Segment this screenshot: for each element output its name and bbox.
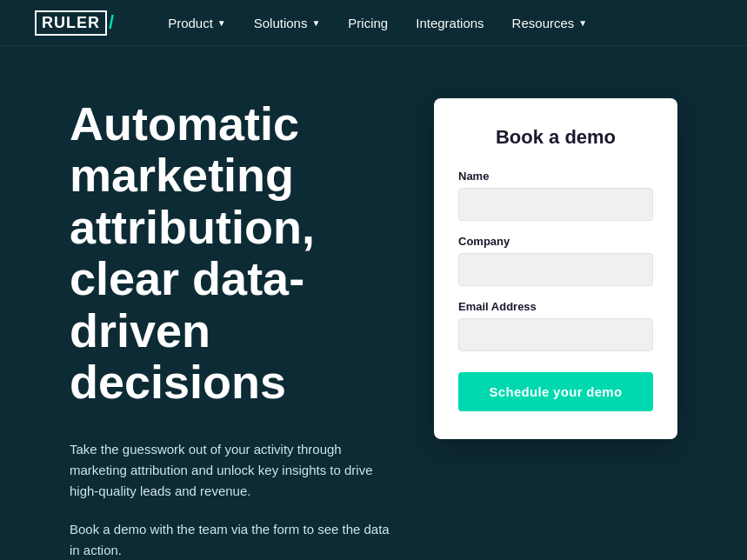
nav-item-solutions[interactable]: Solutions ▼ <box>243 9 331 37</box>
nav-link-solutions[interactable]: Solutions ▼ <box>243 9 331 37</box>
name-form-group: Name <box>458 170 653 221</box>
logo-slash: / <box>109 11 114 34</box>
hero-description-1: Take the guesswork out of your activity … <box>70 439 399 502</box>
hero-content: Automatic marketing attribution, clear d… <box>70 98 399 560</box>
name-label: Name <box>458 170 653 183</box>
email-form-group: Email Address <box>458 300 653 351</box>
hero-description-2: Book a demo with the team via the form t… <box>70 519 399 560</box>
hero-section: Automatic marketing attribution, clear d… <box>0 46 747 560</box>
nav-item-pricing[interactable]: Pricing <box>337 9 398 37</box>
schedule-demo-button[interactable]: Schedule your demo <box>458 372 653 411</box>
nav-link-pricing[interactable]: Pricing <box>337 9 398 37</box>
nav-label-resources: Resources <box>512 16 575 30</box>
nav-label-integrations: Integrations <box>416 16 484 30</box>
company-form-group: Company <box>458 235 653 286</box>
demo-form-card: Book a demo Name Company Email Address S… <box>434 98 677 439</box>
nav-link-resources[interactable]: Resources ▼ <box>502 9 598 37</box>
nav-label-pricing: Pricing <box>348 16 388 30</box>
nav-item-integrations[interactable]: Integrations <box>405 9 494 37</box>
nav-item-resources[interactable]: Resources ▼ <box>502 9 598 37</box>
navbar: RULER/ Product ▼ Solutions ▼ Pricing Int… <box>0 0 747 46</box>
nav-label-product: Product <box>168 16 213 30</box>
hero-title: Automatic marketing attribution, clear d… <box>70 98 399 408</box>
logo[interactable]: RULER/ <box>35 10 114 36</box>
email-input[interactable] <box>458 318 653 351</box>
nav-link-integrations[interactable]: Integrations <box>405 9 494 37</box>
name-input[interactable] <box>458 188 653 221</box>
company-label: Company <box>458 235 653 248</box>
nav-link-product[interactable]: Product ▼ <box>157 9 237 37</box>
company-input[interactable] <box>458 253 653 286</box>
logo-text: RULER <box>35 10 107 36</box>
email-label: Email Address <box>458 300 653 313</box>
nav-links: Product ▼ Solutions ▼ Pricing Integratio… <box>157 9 597 37</box>
nav-item-product[interactable]: Product ▼ <box>157 9 237 37</box>
chevron-down-icon: ▼ <box>578 18 587 28</box>
nav-label-solutions: Solutions <box>254 16 308 30</box>
chevron-down-icon: ▼ <box>311 18 320 28</box>
form-card-title: Book a demo <box>458 126 653 149</box>
chevron-down-icon: ▼ <box>217 18 226 28</box>
